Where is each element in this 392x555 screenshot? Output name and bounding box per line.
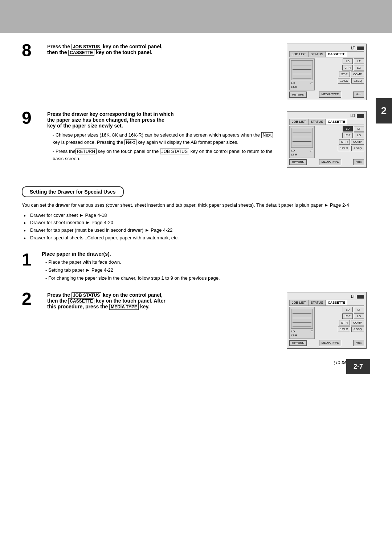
job-status-key-8: JOB STATUS [72,44,101,50]
panel-indicator-box-8 [357,46,364,50]
panel-row3-2s: ST-R COMP [316,320,364,325]
panel-btn-lg-9[interactable]: LG [354,133,364,138]
panel-ltr-label-2s: LT-R [291,334,313,337]
panel-btn-comp-2s[interactable]: COMP [351,320,364,325]
panel-btn-lg-2s[interactable]: LG [354,313,364,319]
panel-btn-str-9[interactable]: ST-R [339,139,350,145]
panel-right-8: LD LT LT-R LG ST-R COMP 13"LG [316,58,364,90]
panel-title-bar-8: LT [289,46,364,50]
panel-tab-cassette-2s[interactable]: CASSETTE [326,300,347,305]
step-8-section: 8 Press the JOB STATUS key on the contro… [22,44,370,100]
job-status-key-9: JOB STATUS [160,149,189,154]
panel-row2-2s: LT-R LG [316,313,364,319]
special-section-description: You can set the drawer for various uses … [22,202,370,209]
panel-btn-lg-8[interactable]: LG [354,65,364,70]
step-9-note-2: Press theRETURN key on the touch panel o… [53,148,276,162]
step-8-text: Press the JOB STATUS key on the control … [47,44,276,58]
panel-tab-status-9[interactable]: STATUS [309,119,326,125]
panel-btn-85sq-2s[interactable]: 8.5SQ [351,327,364,332]
drawer-line-4 [293,78,311,78]
panel-media-btn-9[interactable]: MEDIA TYPE [319,159,342,165]
step-2-special-number: 2 [22,290,36,308]
panel-btn-13lg-8[interactable]: 13"LG [338,78,350,84]
panel-btn-13lg-9[interactable]: 13"LG [338,146,350,151]
panel-ld-lt-labels-8: LD LT [291,81,313,85]
drawer-line-3 [293,74,311,74]
section-title-box: Setting the Drawer for Special Uses [22,186,124,197]
panel-drawer-2s [291,309,313,329]
step-1-sub-3: For changing the paper size in the drawe… [45,275,370,281]
bullet-item-4: Drawer for special sheets...Colored pape… [24,234,370,242]
bullet-item-2: Drawer for sheet insertion ► Page 4-20 [24,219,370,227]
panel-btn-ld-8[interactable]: LD [343,58,353,64]
drawer-line-1 [293,65,311,65]
panel-btn-85sq-9[interactable]: 8.5SQ [351,146,364,151]
panel-tabs-8: JOB LIST STATUS CASSETTE [289,51,364,57]
page-number: 2-7 [354,363,363,370]
panel-tab-joblist-2s[interactable]: JOB LIST [290,300,309,305]
panel-media-btn-2s[interactable]: MEDIA TYPE [319,340,342,346]
step-1-sub-1: Place the paper with its face down. [45,259,370,266]
panel-btn-ld-2s[interactable]: LD [343,307,353,312]
cassette-key-2: CASSETTE [68,298,94,304]
panel-tab-cassette-8[interactable]: CASSETTE [326,52,347,57]
panel-btn-comp-9[interactable]: COMP [351,139,364,145]
panel-tab-joblist-8[interactable]: JOB LIST [290,52,309,57]
media-type-key-2: MEDIA TYPE [109,304,139,310]
panel-right-9: LD LT LT-R LG ST-R COMP 13"LG [316,126,364,158]
step-8-number: 8 [22,42,36,59]
panel-lt-label-8: LT [310,81,313,85]
panel-btn-ld-9[interactable]: LD [343,126,353,131]
panel-btn-lt-9[interactable]: LT [354,126,364,131]
panel-row4-8: 13"LG 8.5SQ [316,78,364,84]
panel-btn-str-8[interactable]: ST-R [339,72,350,77]
step-1-special-instruction: Place paper in the drawer(s). [42,251,370,257]
step-1-sub-2: Setting tab paper ► Page 4-22 [45,267,370,274]
drawer-line-2s-4 [293,327,311,327]
panel-tab-cassette-9[interactable]: CASSETTE [326,119,347,125]
next-key-9a: Next [261,132,273,138]
panel-return-btn-8[interactable]: RETURN [289,92,307,98]
panel-tabs-2s: JOB LIST STATUS CASSETTE [289,300,364,306]
panel-left-2s: LD LT LT-R [289,307,315,339]
panel-ld-label-9: LD [291,149,295,152]
panel-indicator-label-2s: LT [351,295,355,299]
panel-return-btn-9[interactable]: RETURN [289,159,307,165]
panel-row4-2s: 13"LG 8.5SQ [316,327,364,332]
panel-row1-9: LD LT [316,126,364,131]
return-key-9: RETURN [75,149,97,154]
section-title: Setting the Drawer for Special Uses [30,189,116,195]
panel-drawer-8 [291,60,313,80]
step-9-number: 9 [22,109,36,127]
panel-media-btn-8[interactable]: MEDIA TYPE [319,92,342,98]
panel-btn-ltr-2s[interactable]: LT-R [342,313,353,319]
step-9-text: Press the drawer key corresponding to th… [47,111,276,164]
step-2-panel-image: LT JOB LIST STATUS CASSETTE [287,292,370,349]
panel-next-btn-8[interactable]: Next [353,92,364,98]
panel-row3-8: ST-R COMP [316,72,364,77]
panel-btn-ltr-8[interactable]: LT-R [342,65,353,70]
panel-row4-9: 13"LG 8.5SQ [316,146,364,151]
panel-bottom-9: RETURN MEDIA TYPE Next [289,159,364,165]
chapter-number: 2 [381,105,387,117]
panel-next-btn-9[interactable]: Next [353,159,364,165]
panel-tab-status-2s[interactable]: STATUS [309,300,326,305]
panel-tab-joblist-9[interactable]: JOB LIST [290,119,309,125]
panel-btn-ltr-9[interactable]: LT-R [342,133,353,138]
step-1-special-number: 1 [22,251,34,268]
panel-row1-8: LD LT [316,58,364,64]
drawer-line-9-1 [293,133,311,133]
panel-row1-2s: LD LT [316,307,364,312]
step-9-notes: Chinese paper sizes (16K, 8K and 16K-R) … [47,131,276,162]
panel-tab-status-8[interactable]: STATUS [309,52,326,57]
panel-ld-label-2s: LD [291,330,295,333]
panel-next-btn-2s[interactable]: Next [353,340,364,346]
panel-btn-lt-8[interactable]: LT [354,58,364,64]
panel-btn-lt-2s[interactable]: LT [354,307,364,312]
panel-btn-str-2s[interactable]: ST-R [339,320,350,325]
panel-return-btn-2s[interactable]: RETURN [289,340,307,346]
panel-btn-comp-8[interactable]: COMP [351,72,364,77]
step-8-instruction: Press the JOB STATUS key on the control … [47,44,276,55]
panel-btn-85sq-8[interactable]: 8.5SQ [351,78,364,84]
panel-btn-13lg-2s[interactable]: 13"LG [338,327,350,332]
